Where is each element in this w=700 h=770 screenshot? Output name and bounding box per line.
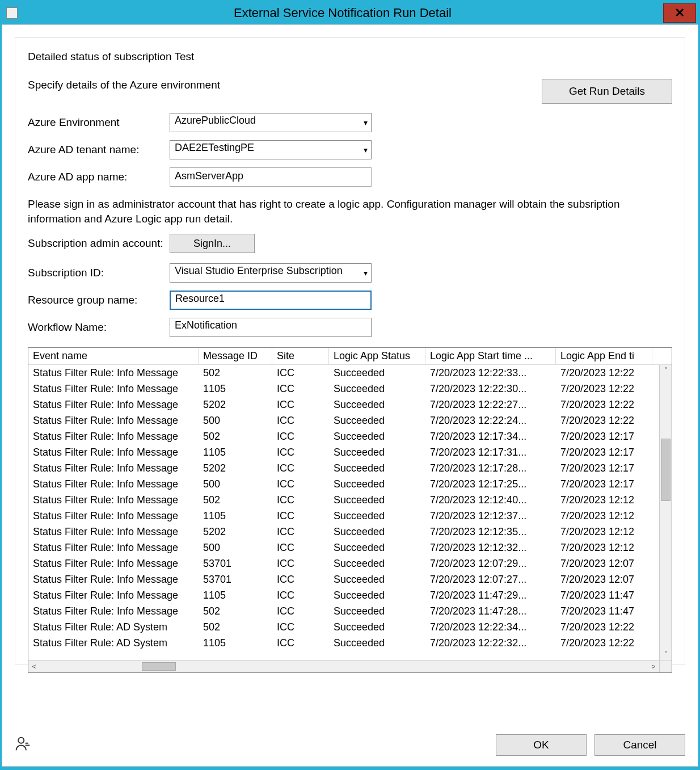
azure-environment-select[interactable]: AzurePublicCloud ▾ — [170, 113, 372, 132]
cell-site: ICC — [272, 525, 329, 539]
horizontal-scrollbar[interactable]: < > — [28, 660, 672, 672]
table-row[interactable]: Status Filter Rule: AD System502ICCSucce… — [28, 619, 659, 635]
ad-app-value: AsmServerApp — [175, 170, 243, 182]
subscription-id-select[interactable]: Visual Studio Enterprise Subscription ▾ — [170, 263, 372, 283]
listview-body: Status Filter Rule: Info Message502ICCSu… — [28, 365, 672, 660]
cell-logic-app-status: Succeeded — [329, 620, 425, 634]
title-bar[interactable]: External Service Notification Run Detail… — [2, 2, 698, 24]
table-row[interactable]: Status Filter Rule: Info Message502ICCSu… — [28, 428, 659, 444]
table-row[interactable]: Status Filter Rule: Info Message53701ICC… — [28, 571, 659, 587]
column-header-site[interactable]: Site — [272, 348, 329, 364]
cell-logic-app-end: 7/20/2023 12:12 — [556, 493, 652, 507]
sign-in-button[interactable]: SignIn... — [170, 234, 255, 253]
cell-site: ICC — [272, 588, 329, 603]
cell-event-name: Status Filter Rule: Info Message — [28, 461, 199, 476]
cell-message-id: 1105 — [199, 509, 272, 523]
cell-logic-app-start: 7/20/2023 12:12:35... — [425, 525, 556, 539]
horizontal-scroll-thumb[interactable] — [142, 662, 176, 671]
ok-button[interactable]: OK — [496, 734, 587, 756]
cancel-button[interactable]: Cancel — [594, 734, 685, 756]
cell-message-id: 500 — [199, 414, 272, 428]
cell-logic-app-end: 7/20/2023 12:12 — [556, 525, 652, 539]
cell-site: ICC — [272, 620, 329, 634]
table-row[interactable]: Status Filter Rule: Info Message502ICCSu… — [28, 365, 659, 381]
scroll-left-arrow-icon[interactable]: < — [28, 660, 40, 672]
cell-logic-app-status: Succeeded — [329, 477, 425, 491]
table-row[interactable]: Status Filter Rule: Info Message5202ICCS… — [28, 397, 659, 413]
cell-event-name: Status Filter Rule: Info Message — [28, 430, 199, 444]
cell-logic-app-end: 7/20/2023 11:47 — [556, 604, 652, 618]
azure-instruction: Specify details of the Azure environment — [28, 79, 542, 91]
table-row[interactable]: Status Filter Rule: Info Message502ICCSu… — [28, 603, 659, 619]
chevron-down-icon: ▾ — [364, 118, 368, 127]
workflow-name-value: ExNotification — [175, 319, 237, 331]
vertical-scroll-thumb[interactable] — [661, 439, 671, 501]
cell-site: ICC — [272, 604, 329, 618]
cell-logic-app-start: 7/20/2023 12:12:32... — [425, 541, 556, 555]
get-run-details-button[interactable]: Get Run Details — [542, 79, 672, 104]
resource-group-label: Resource group name: — [28, 294, 170, 306]
table-row[interactable]: Status Filter Rule: Info Message502ICCSu… — [28, 492, 659, 508]
run-detail-listview[interactable]: Event name Message ID Site Logic App Sta… — [28, 347, 672, 673]
close-button[interactable]: ✕ — [663, 3, 696, 23]
cell-event-name: Status Filter Rule: Info Message — [28, 493, 199, 507]
scroll-right-arrow-icon[interactable]: > — [648, 660, 659, 672]
cell-logic-app-end: 7/20/2023 12:12 — [556, 509, 652, 523]
cell-event-name: Status Filter Rule: Info Message — [28, 366, 199, 380]
resource-group-input[interactable]: Resource1 — [170, 291, 372, 310]
scroll-down-arrow-icon[interactable]: ˅ — [660, 649, 672, 660]
table-row[interactable]: Status Filter Rule: Info Message1105ICCS… — [28, 444, 659, 460]
table-row[interactable]: Status Filter Rule: Info Message500ICCSu… — [28, 540, 659, 556]
table-row[interactable]: Status Filter Rule: Info Message500ICCSu… — [28, 413, 659, 428]
cell-logic-app-status: Succeeded — [329, 445, 425, 460]
cell-site: ICC — [272, 477, 329, 491]
chevron-down-icon: ▾ — [364, 145, 368, 154]
cell-logic-app-start: 7/20/2023 12:17:34... — [425, 430, 556, 444]
cell-event-name: Status Filter Rule: Info Message — [28, 557, 199, 571]
column-header-logic-app-status[interactable]: Logic App Status — [329, 348, 425, 364]
cell-logic-app-status: Succeeded — [329, 509, 425, 523]
table-row[interactable]: Status Filter Rule: AD System1105ICCSucc… — [28, 635, 659, 651]
cell-logic-app-status: Succeeded — [329, 366, 425, 380]
horizontal-scroll-track[interactable] — [40, 662, 648, 671]
cell-logic-app-status: Succeeded — [329, 588, 425, 603]
cell-logic-app-end: 7/20/2023 12:22 — [556, 382, 652, 396]
table-row[interactable]: Status Filter Rule: Info Message53701ICC… — [28, 556, 659, 571]
cell-logic-app-status: Succeeded — [329, 382, 425, 396]
window-frame: External Service Notification Run Detail… — [0, 0, 700, 770]
cell-logic-app-end: 7/20/2023 12:07 — [556, 557, 652, 571]
cell-message-id: 5202 — [199, 398, 272, 412]
cell-logic-app-status: Succeeded — [329, 573, 425, 587]
ad-tenant-label: Azure AD tenant name: — [28, 144, 170, 156]
cell-event-name: Status Filter Rule: Info Message — [28, 398, 199, 412]
inner-panel: Detailed status of subscription Test Spe… — [15, 37, 685, 664]
cell-logic-app-status: Succeeded — [329, 430, 425, 444]
workflow-name-input[interactable]: ExNotification — [170, 318, 372, 337]
column-header-logic-app-end[interactable]: Logic App End ti — [556, 348, 652, 364]
cell-logic-app-end: 7/20/2023 12:22 — [556, 398, 652, 412]
table-row[interactable]: Status Filter Rule: Info Message5202ICCS… — [28, 460, 659, 476]
cell-logic-app-status: Succeeded — [329, 461, 425, 476]
scroll-up-arrow-icon[interactable]: ˄ — [660, 365, 672, 376]
vertical-scrollbar[interactable]: ˄ ˅ — [659, 365, 672, 660]
column-header-logic-app-start[interactable]: Logic App Start time ... — [425, 348, 556, 364]
cell-site: ICC — [272, 509, 329, 523]
table-row[interactable]: Status Filter Rule: Info Message5202ICCS… — [28, 524, 659, 540]
azure-environment-label: Azure Environment — [28, 116, 170, 129]
table-row[interactable]: Status Filter Rule: Info Message1105ICCS… — [28, 587, 659, 603]
cell-logic-app-status: Succeeded — [329, 414, 425, 428]
subscription-id-value: Visual Studio Enterprise Subscription — [175, 265, 343, 276]
cell-logic-app-start: 7/20/2023 12:22:27... — [425, 398, 556, 412]
cell-event-name: Status Filter Rule: Info Message — [28, 541, 199, 555]
cell-logic-app-status: Succeeded — [329, 557, 425, 571]
table-row[interactable]: Status Filter Rule: Info Message1105ICCS… — [28, 381, 659, 397]
table-row[interactable]: Status Filter Rule: Info Message500ICCSu… — [28, 476, 659, 492]
column-header-message-id[interactable]: Message ID — [199, 348, 272, 364]
column-header-event-name[interactable]: Event name — [28, 348, 199, 364]
cell-logic-app-end: 7/20/2023 12:22 — [556, 414, 652, 428]
ad-tenant-select[interactable]: DAE2ETestingPE ▾ — [170, 140, 372, 159]
cell-site: ICC — [272, 493, 329, 507]
cell-logic-app-start: 7/20/2023 12:22:34... — [425, 620, 556, 634]
close-icon: ✕ — [674, 6, 685, 20]
table-row[interactable]: Status Filter Rule: Info Message1105ICCS… — [28, 508, 659, 524]
